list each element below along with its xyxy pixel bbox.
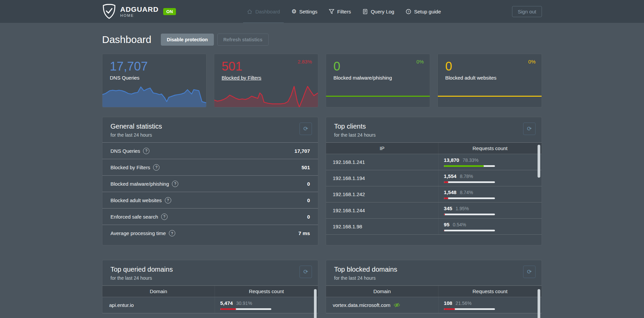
stats-label: Blocked malware/phishing xyxy=(110,181,169,187)
eye-slash-icon xyxy=(394,303,400,308)
logo-title: ADGUARD xyxy=(120,6,158,13)
progress-bar xyxy=(444,181,495,183)
progress-bar xyxy=(444,214,495,215)
request-count: 1,548 xyxy=(444,189,457,195)
blocked-malware-sparkline xyxy=(326,85,430,107)
progress-bar xyxy=(220,308,271,310)
home-icon xyxy=(247,9,252,14)
column-header-domain: Domain xyxy=(326,286,438,297)
request-percent: 0.54% xyxy=(453,222,466,227)
client-ip: 192.168.1.242 xyxy=(326,186,438,202)
table-row: api.entur.io 5,47430.91% xyxy=(102,297,318,313)
panel-subtitle: for the last 24 hours xyxy=(110,275,310,281)
panel-subtitle: for the last 24 hours xyxy=(110,132,310,138)
nav-item-dashboard[interactable]: Dashboard xyxy=(241,0,285,23)
help-icon[interactable]: ? xyxy=(153,164,159,171)
column-header-domain: Domain xyxy=(102,286,215,297)
panel-title: Top queried domains xyxy=(110,266,310,273)
table-header: Domain Requests count xyxy=(102,285,318,297)
request-count: 1,554 xyxy=(444,173,457,179)
card-label: DNS Queries xyxy=(110,75,206,81)
gear-icon: ⚙ xyxy=(291,9,296,14)
card-label: Blocked malware/phishing xyxy=(333,75,430,81)
help-icon[interactable]: ? xyxy=(143,148,149,154)
help-icon[interactable]: ? xyxy=(165,197,171,203)
card-blocked-adult: 0% 0 Blocked adult websites xyxy=(438,54,542,107)
panel-title: General statistics xyxy=(110,123,310,130)
main-nav: Dashboard ⚙ Settings Filters Query Log xyxy=(241,0,447,23)
stats-row: Average processing time? 7 ms xyxy=(102,225,318,241)
refresh-panel-button[interactable]: ⟳ xyxy=(523,123,536,135)
general-statistics-panel: General statistics for the last 24 hours… xyxy=(102,117,318,245)
nav-label: Setup guide xyxy=(414,9,441,14)
card-delta: 2.83% xyxy=(297,59,312,64)
progress-bar xyxy=(444,230,495,231)
request-count: 5,474 xyxy=(220,300,233,306)
panel-subtitle: for the last 24 hours xyxy=(334,275,534,281)
table-row: 192.168.1.244 3451.95% xyxy=(326,202,542,219)
client-ip: 192.168.1.98 xyxy=(326,219,438,234)
stats-row: DNS Queries? 17,707 xyxy=(102,143,318,159)
table-header: IP Requests count xyxy=(326,142,542,154)
card-blocked-by-filters: 2.83% 501 Blocked by Filters xyxy=(214,54,318,107)
nav-item-settings[interactable]: ⚙ Settings xyxy=(286,0,323,23)
stats-row: Enforced safe search? 0 xyxy=(102,209,318,225)
card-delta: 0% xyxy=(528,59,536,64)
card-dns-queries: 17,707 DNS Queries xyxy=(102,54,206,107)
card-value: 0 xyxy=(333,59,430,74)
refresh-statistics-button[interactable]: Refresh statistics xyxy=(217,34,269,46)
help-icon[interactable]: ? xyxy=(172,181,178,187)
scrollbar-thumb[interactable] xyxy=(538,145,540,178)
nav-item-query-log[interactable]: Query Log xyxy=(357,0,400,23)
stats-value: 17,707 xyxy=(294,148,310,154)
stats-value: 0 xyxy=(307,197,310,203)
stats-label: Blocked adult websites xyxy=(110,197,162,203)
progress-bar xyxy=(444,308,495,310)
table-row: 192.168.1.241 13,87078.33% xyxy=(326,154,542,170)
stat-cards-row: 17,707 DNS Queries 2.83% 501 Blocked by … xyxy=(102,54,542,107)
table-row: 192.168.1.194 1,5548.78% xyxy=(326,170,542,186)
help-icon[interactable]: ? xyxy=(169,230,175,236)
scrollbar-thumb[interactable] xyxy=(314,289,317,318)
request-count: 95 xyxy=(444,222,450,227)
nav-label: Filters xyxy=(337,9,351,14)
client-ip: 192.168.1.194 xyxy=(326,170,438,186)
funnel-icon xyxy=(329,9,334,14)
disable-protection-button[interactable]: Disable protection xyxy=(161,34,214,46)
sign-out-button[interactable]: Sign out xyxy=(512,6,542,17)
column-header-ip: IP xyxy=(326,143,438,154)
stats-row: Blocked adult websites? 0 xyxy=(102,192,318,209)
panel-title: Top clients xyxy=(334,123,534,130)
blocked-by-filters-link[interactable]: Blocked by Filters xyxy=(222,75,261,81)
request-percent: 78.33% xyxy=(463,157,478,163)
domain-name: api.entur.io xyxy=(102,297,215,313)
request-percent: 8.74% xyxy=(460,190,473,195)
request-percent: 30.91% xyxy=(236,301,252,306)
nav-label: Query Log xyxy=(371,9,394,14)
stats-label: Blocked by Filters xyxy=(110,165,150,170)
request-percent: 1.95% xyxy=(456,206,469,211)
help-icon[interactable]: ? xyxy=(161,214,168,220)
client-ip: 192.168.1.244 xyxy=(326,202,438,218)
nav-label: Settings xyxy=(299,9,317,14)
top-queried-domains-panel: Top queried domains for the last 24 hour… xyxy=(102,260,318,314)
stats-value: 501 xyxy=(302,165,310,170)
blocked-adult-sparkline xyxy=(438,85,542,107)
card-label: Blocked adult websites xyxy=(445,75,542,81)
refresh-panel-button[interactable]: ⟳ xyxy=(300,266,312,278)
table-row: 192.168.1.242 1,5488.74% xyxy=(326,186,542,202)
card-value: 17,707 xyxy=(110,59,206,74)
nav-label: Dashboard xyxy=(255,9,280,14)
stats-label: Enforced safe search xyxy=(110,214,158,220)
refresh-panel-button[interactable]: ⟳ xyxy=(523,266,536,278)
refresh-panel-button[interactable]: ⟳ xyxy=(300,123,312,135)
card-delta: 0% xyxy=(416,59,424,64)
top-clients-panel: Top clients for the last 24 hours ⟳ IP R… xyxy=(326,117,542,245)
scrollbar-thumb[interactable] xyxy=(538,289,540,318)
column-header-requests: Requests count xyxy=(438,143,542,154)
nav-item-filters[interactable]: Filters xyxy=(323,0,357,23)
nav-item-setup-guide[interactable]: ? Setup guide xyxy=(400,0,447,23)
dns-queries-sparkline xyxy=(102,85,206,107)
panel-title: Top blocked domains xyxy=(334,266,534,273)
client-ip: 192.168.1.241 xyxy=(326,154,438,170)
